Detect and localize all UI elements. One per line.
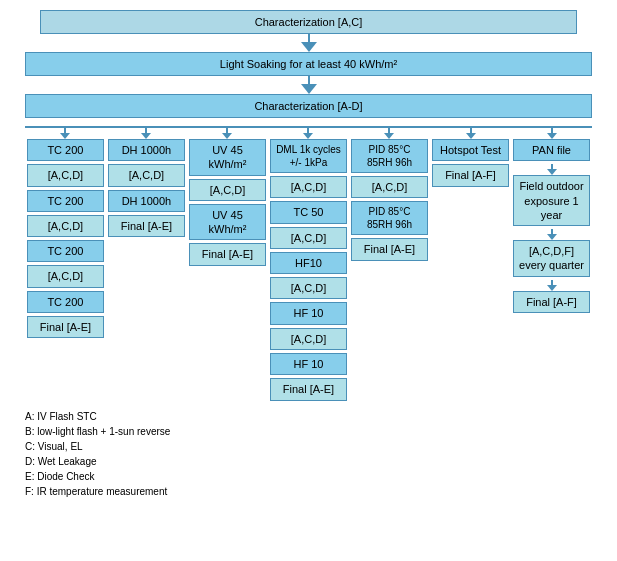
arrow2: [301, 84, 317, 94]
tc200-box2: TC 200: [27, 190, 104, 212]
uv45-final: Final [A-E]: [189, 243, 266, 265]
uv45-acd1: [A,C,D]: [189, 179, 266, 201]
legend-item-e: E: Diode Check: [25, 469, 587, 484]
tc200-acd3: [A,C,D]: [27, 265, 104, 287]
dh-box2: DH 1000h: [108, 190, 185, 212]
legend-section: A: IV Flash STC B: low-light flash + 1-s…: [20, 409, 587, 499]
dml-tc50: TC 50: [270, 201, 347, 223]
char2-label: Characterization [A-D]: [254, 100, 362, 112]
pan-box: PAN file: [513, 139, 590, 161]
pan-quarterly: [A,C,D,F] every quarter: [513, 240, 590, 277]
uv45-column: UV 45 kWh/m² [A,C,D] UV 45 kWh/m² Final …: [187, 128, 268, 404]
dml-acd1: [A,C,D]: [270, 176, 347, 198]
dml-box1: DML 1k cycles +/- 1kPa: [270, 139, 347, 173]
dml-acd3: [A,C,D]: [270, 277, 347, 299]
connector2: [308, 76, 310, 84]
tc200-final: Final [A-E]: [27, 316, 104, 338]
tc200-acd2: [A,C,D]: [27, 215, 104, 237]
char1-label: Characterization [A,C]: [255, 16, 363, 28]
legend-item-b: B: low-light flash + 1-sun reverse: [25, 424, 587, 439]
dh-acd1: [A,C,D]: [108, 164, 185, 186]
dh-final: Final [A-E]: [108, 215, 185, 237]
uv45-box1: UV 45 kWh/m²: [189, 139, 266, 176]
dh-box1: DH 1000h: [108, 139, 185, 161]
pid-box2: PID 85°C 85RH 96h: [351, 201, 428, 235]
pid-final: Final [A-E]: [351, 238, 428, 260]
dh1000h-column: DH 1000h [A,C,D] DH 1000h Final [A-E]: [106, 128, 187, 404]
pid-acd1: [A,C,D]: [351, 176, 428, 198]
dml-hf3: HF 10: [270, 353, 347, 375]
hotspot-box: Hotspot Test: [432, 139, 509, 161]
dml-column: DML 1k cycles +/- 1kPa [A,C,D] TC 50 [A,…: [268, 128, 349, 404]
tc200-column: TC 200 [A,C,D] TC 200 [A,C,D] TC 200 [A,…: [25, 128, 106, 404]
pan-field: Field outdoor exposure 1 year: [513, 175, 590, 226]
dml-hf1: HF10: [270, 252, 347, 274]
pan-final: Final [A-F]: [513, 291, 590, 313]
legend-item-c: C: Visual, EL: [25, 439, 587, 454]
pid-box1: PID 85°C 85RH 96h: [351, 139, 428, 173]
pid-column: PID 85°C 85RH 96h [A,C,D] PID 85°C 85RH …: [349, 128, 430, 404]
dml-hf2: HF 10: [270, 302, 347, 324]
flow-diagram: Characterization [A,C] Light Soaking for…: [10, 10, 607, 499]
lightsoak-label: Light Soaking for at least 40 kWh/m²: [220, 58, 397, 70]
tc200-acd1: [A,C,D]: [27, 164, 104, 186]
dml-final: Final [A-E]: [270, 378, 347, 400]
lightsoak-box: Light Soaking for at least 40 kWh/m²: [25, 52, 592, 76]
tc200-box1: TC 200: [27, 139, 104, 161]
char1-box: Characterization [A,C]: [40, 10, 577, 34]
dml-acd4: [A,C,D]: [270, 328, 347, 350]
pan-column: PAN file Field outdoor exposure 1 year […: [511, 128, 592, 404]
char2-box: Characterization [A-D]: [25, 94, 592, 118]
hotspot-final: Final [A-F]: [432, 164, 509, 186]
uv45-box2: UV 45 kWh/m²: [189, 204, 266, 241]
dml-acd2: [A,C,D]: [270, 227, 347, 249]
branch-cols: TC 200 [A,C,D] TC 200 [A,C,D] TC 200 [A,…: [25, 128, 592, 404]
legend-item-f: F: IR temperature measurement: [25, 484, 587, 499]
tc200-box3: TC 200: [27, 240, 104, 262]
legend-item-d: D: Wet Leakage: [25, 454, 587, 469]
branches-section: TC 200 [A,C,D] TC 200 [A,C,D] TC 200 [A,…: [25, 118, 592, 404]
hotspot-column: Hotspot Test Final [A-F]: [430, 128, 511, 404]
connector1: [308, 34, 310, 42]
arrow1: [301, 42, 317, 52]
legend-item-a: A: IV Flash STC: [25, 409, 587, 424]
tc200-box4: TC 200: [27, 291, 104, 313]
